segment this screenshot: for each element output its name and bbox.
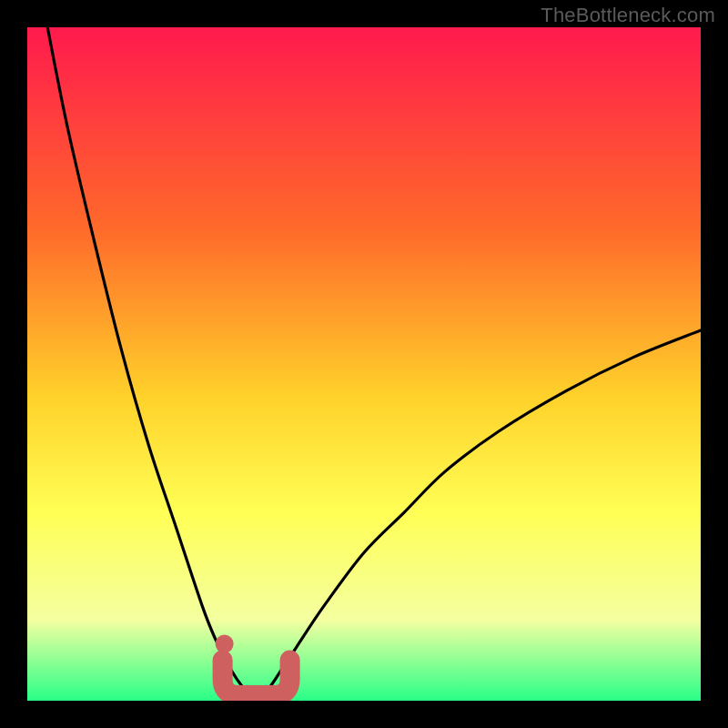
bottleneck-chart (0, 0, 728, 728)
chart-frame: { "watermark": "TheBottleneck.com", "col… (0, 0, 728, 728)
optimal-region-dot (216, 635, 234, 653)
gradient-plot-area (27, 27, 701, 701)
watermark-text: TheBottleneck.com (541, 4, 715, 27)
